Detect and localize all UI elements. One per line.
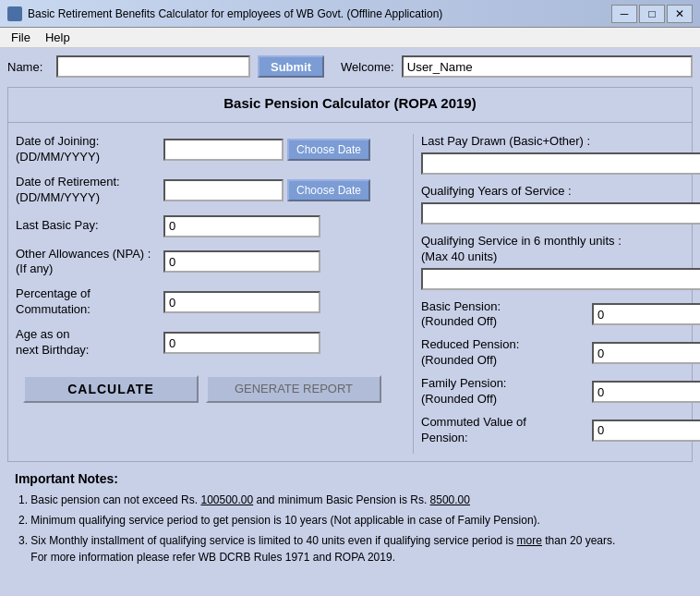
fp-label: Family Pension:(Rounded Off) xyxy=(421,376,592,407)
lpd-label: Last Pay Drawn (Basic+Other) : xyxy=(421,134,700,150)
dor-choose-date-button[interactable]: Choose Date xyxy=(287,179,370,201)
cvp-row: Commuted Value ofPension: xyxy=(421,415,700,446)
calculate-button[interactable]: CALCULATE xyxy=(23,375,199,403)
welcome-label: Welcome: xyxy=(341,60,394,74)
qys-input[interactable] xyxy=(421,202,700,225)
submit-button[interactable]: Submit xyxy=(258,55,324,78)
note-item-2: 2. Minimum qualifying service period to … xyxy=(15,512,685,529)
menu-help[interactable]: Help xyxy=(38,29,78,46)
title-bar-text: Basic Retirement Benefits Calculator for… xyxy=(28,7,442,20)
cvp-label: Commuted Value ofPension: xyxy=(421,415,592,446)
right-column: Last Pay Drawn (Basic+Other) : Qualifyin… xyxy=(413,134,700,454)
dor-row: Date of Retirement:(DD/MM/YYYY) Choose D… xyxy=(16,175,402,206)
qs6-label: Qualifying Service in 6 monthly units :(… xyxy=(421,234,700,265)
note-item-3: 3. Six Monthly installment of qualifying… xyxy=(15,532,685,566)
doj-row: Date of Joining:(DD/MM/YYYY) Choose Date xyxy=(16,134,402,165)
restore-button[interactable]: □ xyxy=(639,5,665,23)
close-button[interactable]: ✕ xyxy=(667,5,693,23)
menu-file[interactable]: File xyxy=(4,29,38,46)
qys-label: Qualifying Years of Service : xyxy=(421,184,700,200)
name-label: Name: xyxy=(7,60,49,74)
dor-input[interactable] xyxy=(163,179,284,201)
calculator-card: Basic Pension Calculator (ROPA 2019) Dat… xyxy=(7,87,693,462)
fp-row: Family Pension:(Rounded Off) xyxy=(421,376,700,407)
npa-input[interactable] xyxy=(163,250,320,273)
dor-label: Date of Retirement:(DD/MM/YYYY) xyxy=(16,175,163,206)
commutation-input[interactable] xyxy=(163,291,320,313)
lbp-row: Last Basic Pay: xyxy=(16,215,402,237)
minimize-button[interactable]: ─ xyxy=(611,5,637,23)
rp-label: Reduced Pension:(Rounded Off) xyxy=(421,337,592,369)
rp-input[interactable] xyxy=(592,342,700,364)
note-item-1: 1. Basic pension can not exceed Rs. 1005… xyxy=(15,492,685,508)
generate-report-button[interactable]: GENERATE REPORT xyxy=(206,375,381,403)
rp-row: Reduced Pension:(Rounded Off) xyxy=(421,337,700,369)
qys-row: Qualifying Years of Service : xyxy=(421,184,700,225)
doj-choose-date-button[interactable]: Choose Date xyxy=(287,139,370,161)
bp-row: Basic Pension:(Rounded Off) xyxy=(421,299,700,331)
main-content: Name: Submit Welcome: Basic Pension Calc… xyxy=(0,48,700,596)
commutation-row: Percentage ofCommutation: xyxy=(16,286,402,318)
commutation-label: Percentage ofCommutation: xyxy=(16,286,163,318)
qs6-input[interactable] xyxy=(421,268,700,290)
title-bar: Basic Retirement Benefits Calculator for… xyxy=(0,0,700,28)
fp-input[interactable] xyxy=(592,381,700,403)
age-label: Age as onnext Birthday: xyxy=(16,327,163,359)
left-column: Date of Joining:(DD/MM/YYYY) Choose Date… xyxy=(16,134,413,454)
app-icon xyxy=(7,6,22,21)
welcome-input[interactable] xyxy=(402,55,693,78)
name-input[interactable] xyxy=(56,55,250,78)
bp-input[interactable] xyxy=(592,303,700,325)
name-row: Name: Submit Welcome: xyxy=(7,55,693,78)
npa-row: Other Allowances (NPA) :(If any) xyxy=(16,247,402,278)
qs6-row: Qualifying Service in 6 monthly units :(… xyxy=(421,234,700,290)
notes-title: Important Notes: xyxy=(15,471,685,486)
notes-section: Important Notes: 1. Basic pension can no… xyxy=(7,462,693,578)
action-row: CALCULATE GENERATE REPORT xyxy=(16,368,402,412)
age-row: Age as onnext Birthday: xyxy=(16,327,402,359)
title-bar-controls: ─ □ ✕ xyxy=(611,5,693,23)
doj-label: Date of Joining:(DD/MM/YYYY) xyxy=(16,134,163,165)
lpd-input[interactable] xyxy=(421,152,700,175)
card-title: Basic Pension Calculator (ROPA 2019) xyxy=(8,88,692,118)
npa-label: Other Allowances (NPA) :(If any) xyxy=(16,247,163,278)
menu-bar: File Help xyxy=(0,28,700,48)
doj-input[interactable] xyxy=(163,139,284,161)
lbp-label: Last Basic Pay: xyxy=(16,218,163,234)
cvp-input[interactable] xyxy=(592,420,700,442)
age-input[interactable] xyxy=(163,332,320,354)
lpd-row: Last Pay Drawn (Basic+Other) : xyxy=(421,134,700,175)
bp-label: Basic Pension:(Rounded Off) xyxy=(421,299,592,331)
form-columns: Date of Joining:(DD/MM/YYYY) Choose Date… xyxy=(8,127,692,461)
lbp-input[interactable] xyxy=(163,215,320,237)
